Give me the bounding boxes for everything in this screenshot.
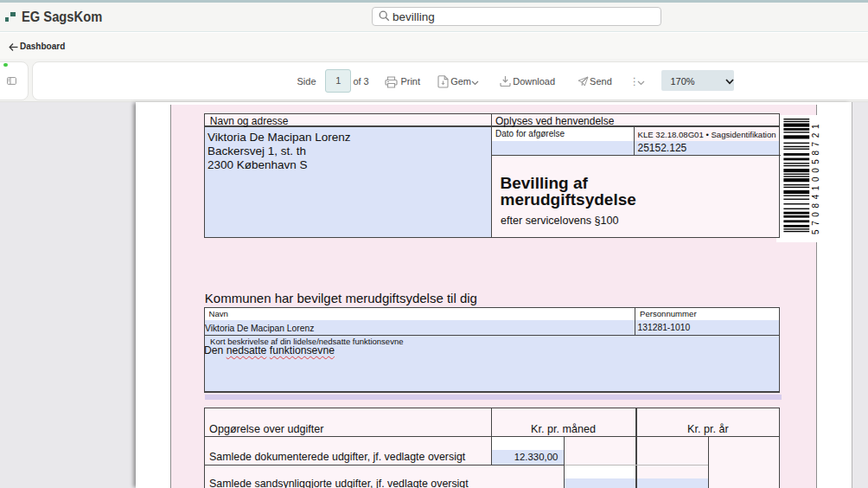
svg-text:5708410058721: 5708410058721 (811, 120, 820, 234)
